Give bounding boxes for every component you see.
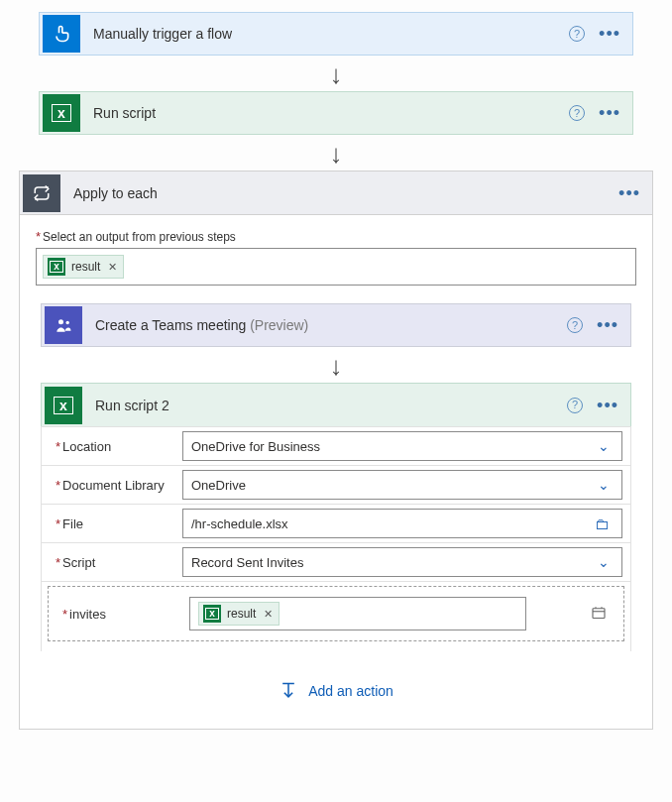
excel-icon: x <box>43 94 80 132</box>
library-select[interactable]: OneDrive ⌄ <box>182 470 622 500</box>
select-output-input[interactable]: x result ✕ <box>36 248 636 286</box>
more-icon[interactable]: ••• <box>599 25 620 43</box>
param-invites: *invites x result ✕ <box>48 586 624 641</box>
param-library: *Document Library OneDrive ⌄ <box>42 466 630 505</box>
teams-label: Create a Teams meeting (Preview) <box>85 317 567 333</box>
teams-icon <box>45 306 82 344</box>
invites-input[interactable]: x result ✕ <box>189 597 526 630</box>
arrow-down-icon: ↓ <box>330 141 343 167</box>
param-file: *File /hr-schedule.xlsx 🗀 <box>42 505 630 543</box>
svg-point-0 <box>58 319 63 324</box>
token-result[interactable]: x result ✕ <box>198 602 280 626</box>
file-picker[interactable]: /hr-schedule.xlsx 🗀 <box>182 509 622 538</box>
run-script-card[interactable]: x Run script ? ••• <box>39 91 633 135</box>
param-script: *Script Record Sent Invites ⌄ <box>42 543 630 582</box>
run-script2-label: Run script 2 <box>85 398 567 413</box>
more-icon[interactable]: ••• <box>597 397 618 414</box>
svg-rect-2 <box>593 609 605 619</box>
dynamic-content-icon[interactable] <box>584 599 614 629</box>
arrow-down-icon: ↓ <box>330 61 343 87</box>
help-icon[interactable]: ? <box>569 105 585 121</box>
chevron-down-icon: ⌄ <box>594 554 614 570</box>
token-remove-icon[interactable]: ✕ <box>108 261 117 274</box>
select-output-label: *Select an output from previous steps <box>36 229 636 244</box>
more-icon[interactable]: ••• <box>599 104 620 122</box>
help-icon[interactable]: ? <box>567 317 583 333</box>
script-select[interactable]: Record Sent Invites ⌄ <box>182 547 622 577</box>
add-action-icon <box>279 681 298 701</box>
chevron-down-icon: ⌄ <box>594 477 614 493</box>
svg-point-1 <box>66 321 69 324</box>
folder-icon[interactable]: 🗀 <box>591 516 614 532</box>
more-icon[interactable]: ••• <box>597 316 618 334</box>
excel-icon: x <box>48 258 65 276</box>
run-script2-header[interactable]: x Run script 2 ? ••• <box>41 383 631 426</box>
touch-icon <box>43 15 80 53</box>
trigger-label: Manually trigger a flow <box>83 26 569 42</box>
help-icon[interactable]: ? <box>567 398 583 413</box>
add-action-button[interactable]: Add an action <box>279 681 393 701</box>
excel-icon: x <box>203 605 221 623</box>
apply-to-each-header[interactable]: Apply to each ••• <box>20 172 652 215</box>
param-location: *Location OneDrive for Business ⌄ <box>42 427 630 466</box>
token-remove-icon[interactable]: ✕ <box>264 608 273 621</box>
help-icon[interactable]: ? <box>569 26 585 42</box>
loop-icon <box>23 174 60 212</box>
run-script-label: Run script <box>83 105 569 121</box>
apply-to-each-label: Apply to each <box>63 185 618 201</box>
more-icon[interactable]: ••• <box>618 184 640 202</box>
trigger-card[interactable]: Manually trigger a flow ? ••• <box>39 12 633 56</box>
apply-to-each-block: Apply to each ••• *Select an output from… <box>19 171 653 730</box>
arrow-down-icon: ↓ <box>330 353 343 379</box>
excel-icon: x <box>45 387 82 424</box>
chevron-down-icon: ⌄ <box>594 438 614 454</box>
run-script2-params: *Location OneDrive for Business ⌄ *Docum… <box>41 426 631 651</box>
location-select[interactable]: OneDrive for Business ⌄ <box>182 431 622 461</box>
token-result[interactable]: x result ✕ <box>43 255 124 279</box>
teams-card[interactable]: Create a Teams meeting (Preview) ? ••• <box>41 303 631 347</box>
